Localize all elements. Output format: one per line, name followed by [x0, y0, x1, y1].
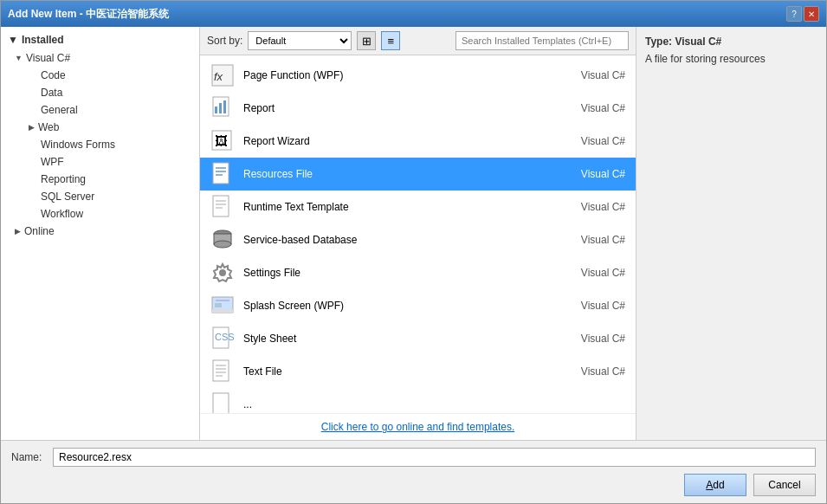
tree-arrow: ▶	[15, 227, 21, 236]
svg-text:🖼: 🖼	[215, 133, 228, 148]
tree-item-data[interactable]: Data	[1, 84, 199, 101]
cancel-button[interactable]: Cancel	[753, 474, 816, 496]
list-item[interactable]: Runtime Text TemplateVisual C#	[200, 191, 636, 223]
items-list: fxPage Function (WPF)Visual C#ReportVisu…	[200, 55, 636, 413]
item-name: Style Sheet	[243, 333, 547, 345]
tree-item-code[interactable]: Code	[1, 67, 199, 84]
name-label: Name:	[11, 451, 46, 463]
svg-rect-21	[212, 309, 233, 313]
type-desc: A file for storing resources	[645, 53, 817, 65]
view-list-button[interactable]: ≡	[381, 31, 400, 50]
svg-text:fx: fx	[214, 70, 223, 83]
textfile-icon	[210, 359, 235, 384]
list-item[interactable]: Splash Screen (WPF)Visual C#	[200, 289, 636, 322]
tree-item-general[interactable]: General	[1, 101, 199, 119]
item-name: Settings File	[243, 267, 547, 279]
tree-item-label: Windows Forms	[41, 139, 115, 151]
tree-item-wpf[interactable]: WPF	[1, 153, 199, 171]
tree-item-label: Visual C#	[26, 52, 70, 64]
tree-item-label: Web	[38, 121, 59, 133]
tree-item-workflow[interactable]: Workflow	[1, 205, 199, 223]
name-input[interactable]	[53, 448, 816, 467]
item-category: Visual C#	[556, 102, 625, 114]
list-item[interactable]: Settings FileVisual C#	[200, 256, 636, 289]
item-category: Visual C#	[556, 365, 625, 378]
close-button[interactable]: ✕	[804, 6, 819, 22]
tree-item-label: SQL Server	[41, 191, 94, 203]
tree-item-visual-csharp[interactable]: ▼Visual C#	[1, 49, 199, 67]
fx-icon: fx	[210, 63, 235, 87]
installed-collapse-icon[interactable]: ▼	[8, 34, 18, 46]
tree-item-label: Reporting	[41, 173, 86, 185]
search-input[interactable]	[455, 31, 629, 50]
tree-item-label: Code	[41, 69, 66, 81]
tree-item-web[interactable]: ▶Web	[1, 119, 199, 136]
item-name: Splash Screen (WPF)	[243, 300, 547, 312]
add-button[interactable]: Add	[684, 474, 746, 496]
stylesheet-icon: CSS	[210, 326, 235, 351]
item-name: Runtime Text Template	[243, 201, 547, 213]
item-category: Visual C#	[556, 135, 625, 147]
list-item[interactable]: fxPage Function (WPF)Visual C#	[200, 59, 636, 92]
toolbar-row: Sort by: Default ⊞ ≡	[200, 27, 636, 55]
item-category: Visual C#	[556, 333, 625, 345]
settings-icon	[210, 261, 235, 285]
tree-item-label: WPF	[41, 156, 64, 168]
item-category: Visual C#	[556, 201, 625, 213]
online-link-row: Click here to go online and find templat…	[200, 413, 636, 440]
tree-header: ▼ Installed	[1, 30, 199, 49]
report-icon	[210, 96, 235, 120]
item-name: Text File	[243, 365, 547, 378]
bottom-panel: Name: Add Cancel	[1, 440, 826, 503]
list-item[interactable]: ReportVisual C#	[200, 92, 636, 125]
item-category: Visual C#	[556, 168, 625, 180]
list-item[interactable]: ...	[200, 388, 636, 413]
title-bar-buttons: ? ✕	[786, 6, 819, 22]
splash-icon	[210, 294, 235, 318]
tree-item-windows-forms[interactable]: Windows Forms	[1, 136, 199, 153]
sort-select[interactable]: Default	[248, 31, 352, 50]
list-item[interactable]: Service-based DatabaseVisual C#	[200, 223, 636, 256]
tree-item-label: Data	[41, 87, 62, 99]
more-icon	[210, 392, 235, 413]
item-name: Service-based Database	[243, 234, 547, 246]
item-category: Visual C#	[556, 300, 625, 312]
svg-text:CSS: CSS	[215, 332, 235, 342]
tree-container: ▼Visual C#CodeDataGeneral▶WebWindows For…	[1, 49, 199, 240]
svg-rect-8	[213, 163, 229, 184]
tree-item-online[interactable]: ▶Online	[1, 223, 199, 240]
list-item[interactable]: 🖼Report WizardVisual C#	[200, 125, 636, 158]
help-button[interactable]: ?	[786, 6, 802, 22]
type-label: Type: Visual C#	[645, 36, 817, 48]
svg-rect-4	[219, 103, 222, 113]
svg-rect-3	[215, 107, 217, 113]
runtime-icon	[210, 195, 235, 219]
sort-label: Sort by:	[207, 35, 242, 47]
svg-point-19	[219, 269, 226, 276]
tree-item-reporting[interactable]: Reporting	[1, 171, 199, 188]
item-name: Report	[243, 102, 547, 114]
svg-rect-5	[223, 100, 226, 113]
view-grid-button[interactable]: ⊞	[357, 31, 376, 50]
tree-item-label: Workflow	[41, 208, 83, 220]
item-name: Page Function (WPF)	[243, 69, 547, 81]
right-panel: Type: Visual C# A file for storing resou…	[636, 27, 826, 440]
main-content: ▼ Installed ▼Visual C#CodeDataGeneral▶We…	[1, 27, 826, 440]
resources-icon	[210, 162, 235, 186]
svg-point-18	[214, 241, 231, 248]
left-panel: ▼ Installed ▼Visual C#CodeDataGeneral▶We…	[1, 27, 200, 440]
list-item[interactable]: Resources FileVisual C#	[200, 158, 636, 191]
list-item[interactable]: Text FileVisual C#	[200, 355, 636, 388]
item-category: Visual C#	[556, 267, 625, 279]
tree-arrow: ▼	[15, 54, 23, 62]
online-link[interactable]: Click here to go online and find templat…	[321, 421, 514, 433]
svg-rect-26	[213, 360, 229, 381]
installed-label: Installed	[22, 34, 64, 46]
name-row: Name:	[11, 448, 816, 467]
list-item[interactable]: CSSStyle SheetVisual C#	[200, 322, 636, 355]
item-category: Visual C#	[556, 234, 625, 246]
dialog-title: Add New Item - 中医证治智能系统	[8, 7, 169, 22]
tree-arrow: ▶	[29, 123, 35, 132]
item-name: ...	[243, 398, 547, 410]
tree-item-sql-server[interactable]: SQL Server	[1, 188, 199, 205]
